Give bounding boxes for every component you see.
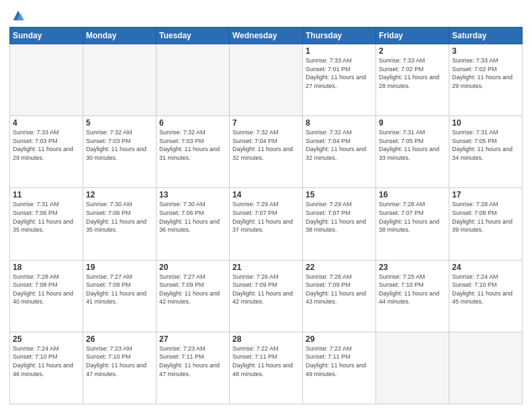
day-info: Sunrise: 7:26 AM Sunset: 7:09 PM Dayligh… bbox=[306, 273, 373, 306]
day-cell: 6Sunrise: 7:32 AM Sunset: 7:03 PM Daylig… bbox=[157, 116, 230, 188]
day-cell: 14Sunrise: 7:29 AM Sunset: 7:07 PM Dayli… bbox=[230, 188, 303, 260]
day-info: Sunrise: 7:22 AM Sunset: 7:11 PM Dayligh… bbox=[306, 345, 373, 378]
day-info: Sunrise: 7:33 AM Sunset: 7:01 PM Dayligh… bbox=[306, 56, 373, 90]
calendar-table: SundayMondayTuesdayWednesdayThursdayFrid… bbox=[9, 27, 523, 404]
logo bbox=[9, 7, 26, 23]
day-cell: 18Sunrise: 7:28 AM Sunset: 7:08 PM Dayli… bbox=[10, 260, 83, 332]
day-cell: 23Sunrise: 7:25 AM Sunset: 7:10 PM Dayli… bbox=[376, 260, 449, 332]
day-info: Sunrise: 7:23 AM Sunset: 7:11 PM Dayligh… bbox=[159, 345, 226, 378]
day-info: Sunrise: 7:31 AM Sunset: 7:06 PM Dayligh… bbox=[13, 200, 80, 234]
logo-icon bbox=[11, 8, 26, 23]
weekday-header-thursday: Thursday bbox=[303, 28, 376, 44]
day-cell bbox=[10, 44, 83, 116]
day-info: Sunrise: 7:25 AM Sunset: 7:10 PM Dayligh… bbox=[379, 273, 446, 306]
day-number: 19 bbox=[86, 263, 153, 272]
day-cell: 22Sunrise: 7:26 AM Sunset: 7:09 PM Dayli… bbox=[303, 260, 376, 332]
day-number: 12 bbox=[86, 190, 153, 199]
day-number: 27 bbox=[159, 334, 226, 344]
week-row-2: 11Sunrise: 7:31 AM Sunset: 7:06 PM Dayli… bbox=[10, 188, 523, 260]
day-cell: 16Sunrise: 7:28 AM Sunset: 7:07 PM Dayli… bbox=[376, 188, 449, 260]
day-cell: 20Sunrise: 7:27 AM Sunset: 7:09 PM Dayli… bbox=[157, 260, 230, 332]
day-info: Sunrise: 7:32 AM Sunset: 7:04 PM Dayligh… bbox=[306, 128, 373, 162]
day-cell: 7Sunrise: 7:32 AM Sunset: 7:04 PM Daylig… bbox=[230, 116, 303, 188]
day-cell bbox=[157, 44, 230, 116]
day-cell: 13Sunrise: 7:30 AM Sunset: 7:06 PM Dayli… bbox=[157, 188, 230, 260]
day-cell: 26Sunrise: 7:23 AM Sunset: 7:10 PM Dayli… bbox=[83, 332, 157, 404]
weekday-header-monday: Monday bbox=[83, 28, 157, 44]
day-cell: 19Sunrise: 7:27 AM Sunset: 7:08 PM Dayli… bbox=[83, 260, 157, 332]
day-number: 1 bbox=[306, 46, 373, 56]
day-cell bbox=[449, 332, 523, 404]
day-info: Sunrise: 7:29 AM Sunset: 7:07 PM Dayligh… bbox=[306, 200, 373, 234]
day-number: 23 bbox=[379, 263, 446, 272]
week-row-4: 25Sunrise: 7:24 AM Sunset: 7:10 PM Dayli… bbox=[10, 332, 523, 404]
weekday-header-friday: Friday bbox=[376, 28, 449, 44]
day-cell: 4Sunrise: 7:33 AM Sunset: 7:03 PM Daylig… bbox=[10, 116, 83, 188]
day-number: 17 bbox=[452, 190, 519, 199]
day-cell: 12Sunrise: 7:30 AM Sunset: 7:06 PM Dayli… bbox=[83, 188, 157, 260]
day-number: 4 bbox=[13, 118, 80, 128]
day-cell: 11Sunrise: 7:31 AM Sunset: 7:06 PM Dayli… bbox=[10, 188, 83, 260]
day-number: 7 bbox=[232, 118, 300, 128]
header bbox=[9, 7, 523, 23]
day-number: 22 bbox=[306, 263, 373, 272]
day-cell bbox=[83, 44, 157, 116]
day-info: Sunrise: 7:32 AM Sunset: 7:04 PM Dayligh… bbox=[232, 128, 300, 162]
weekday-header-tuesday: Tuesday bbox=[157, 28, 230, 44]
day-info: Sunrise: 7:33 AM Sunset: 7:03 PM Dayligh… bbox=[13, 128, 80, 162]
day-number: 10 bbox=[452, 118, 519, 128]
day-info: Sunrise: 7:24 AM Sunset: 7:10 PM Dayligh… bbox=[13, 345, 80, 378]
day-info: Sunrise: 7:28 AM Sunset: 7:07 PM Dayligh… bbox=[379, 200, 446, 234]
day-cell: 27Sunrise: 7:23 AM Sunset: 7:11 PM Dayli… bbox=[157, 332, 230, 404]
day-cell: 24Sunrise: 7:24 AM Sunset: 7:10 PM Dayli… bbox=[449, 260, 523, 332]
day-number: 21 bbox=[232, 263, 300, 272]
day-cell: 8Sunrise: 7:32 AM Sunset: 7:04 PM Daylig… bbox=[303, 116, 376, 188]
day-number: 28 bbox=[232, 334, 300, 344]
week-row-3: 18Sunrise: 7:28 AM Sunset: 7:08 PM Dayli… bbox=[10, 260, 523, 332]
day-cell: 3Sunrise: 7:33 AM Sunset: 7:02 PM Daylig… bbox=[449, 44, 523, 116]
day-cell: 5Sunrise: 7:32 AM Sunset: 7:03 PM Daylig… bbox=[83, 116, 157, 188]
day-number: 26 bbox=[86, 334, 153, 344]
day-number: 16 bbox=[379, 190, 446, 199]
day-info: Sunrise: 7:27 AM Sunset: 7:09 PM Dayligh… bbox=[159, 273, 226, 306]
day-number: 8 bbox=[306, 118, 373, 128]
day-info: Sunrise: 7:30 AM Sunset: 7:06 PM Dayligh… bbox=[159, 200, 226, 234]
day-number: 9 bbox=[379, 118, 446, 128]
day-cell bbox=[376, 332, 449, 404]
day-number: 11 bbox=[13, 190, 80, 199]
day-info: Sunrise: 7:26 AM Sunset: 7:09 PM Dayligh… bbox=[232, 273, 300, 306]
day-number: 18 bbox=[13, 263, 80, 272]
day-info: Sunrise: 7:27 AM Sunset: 7:08 PM Dayligh… bbox=[86, 273, 153, 306]
day-number: 3 bbox=[452, 46, 519, 56]
day-info: Sunrise: 7:28 AM Sunset: 7:08 PM Dayligh… bbox=[452, 200, 519, 234]
day-info: Sunrise: 7:32 AM Sunset: 7:03 PM Dayligh… bbox=[159, 128, 226, 162]
day-cell: 9Sunrise: 7:31 AM Sunset: 7:05 PM Daylig… bbox=[376, 116, 449, 188]
logo-text bbox=[9, 7, 26, 23]
day-info: Sunrise: 7:28 AM Sunset: 7:08 PM Dayligh… bbox=[13, 273, 80, 306]
day-cell: 2Sunrise: 7:33 AM Sunset: 7:02 PM Daylig… bbox=[376, 44, 449, 116]
day-info: Sunrise: 7:33 AM Sunset: 7:02 PM Dayligh… bbox=[379, 56, 446, 90]
day-info: Sunrise: 7:32 AM Sunset: 7:03 PM Dayligh… bbox=[86, 128, 153, 162]
weekday-header-saturday: Saturday bbox=[449, 28, 523, 44]
day-cell: 21Sunrise: 7:26 AM Sunset: 7:09 PM Dayli… bbox=[230, 260, 303, 332]
page: SundayMondayTuesdayWednesdayThursdayFrid… bbox=[0, 0, 532, 411]
day-cell: 29Sunrise: 7:22 AM Sunset: 7:11 PM Dayli… bbox=[303, 332, 376, 404]
day-info: Sunrise: 7:22 AM Sunset: 7:11 PM Dayligh… bbox=[232, 345, 300, 378]
day-cell: 1Sunrise: 7:33 AM Sunset: 7:01 PM Daylig… bbox=[303, 44, 376, 116]
week-row-1: 4Sunrise: 7:33 AM Sunset: 7:03 PM Daylig… bbox=[10, 116, 523, 188]
day-number: 6 bbox=[159, 118, 226, 128]
day-info: Sunrise: 7:31 AM Sunset: 7:05 PM Dayligh… bbox=[379, 128, 446, 162]
day-number: 2 bbox=[379, 46, 446, 56]
week-row-0: 1Sunrise: 7:33 AM Sunset: 7:01 PM Daylig… bbox=[10, 44, 523, 116]
day-info: Sunrise: 7:30 AM Sunset: 7:06 PM Dayligh… bbox=[86, 200, 153, 234]
day-info: Sunrise: 7:29 AM Sunset: 7:07 PM Dayligh… bbox=[232, 200, 300, 234]
day-number: 15 bbox=[306, 190, 373, 199]
weekday-header-wednesday: Wednesday bbox=[230, 28, 303, 44]
day-number: 24 bbox=[452, 263, 519, 272]
day-number: 20 bbox=[159, 263, 226, 272]
day-cell: 17Sunrise: 7:28 AM Sunset: 7:08 PM Dayli… bbox=[449, 188, 523, 260]
day-number: 25 bbox=[13, 334, 80, 344]
day-cell: 25Sunrise: 7:24 AM Sunset: 7:10 PM Dayli… bbox=[10, 332, 83, 404]
weekday-header-row: SundayMondayTuesdayWednesdayThursdayFrid… bbox=[10, 28, 523, 44]
weekday-header-sunday: Sunday bbox=[10, 28, 83, 44]
